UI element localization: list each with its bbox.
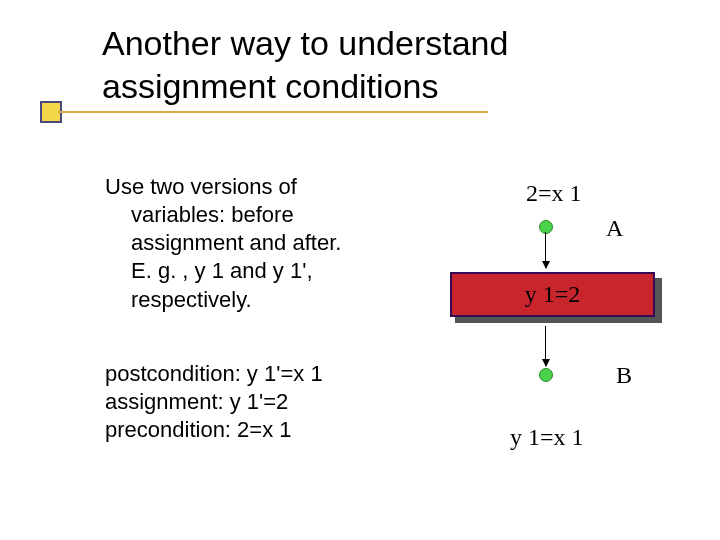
assignment-box: y 1=2 bbox=[450, 272, 655, 317]
transition-arrow-a bbox=[545, 232, 546, 268]
slide-title: Another way to understand assignment con… bbox=[102, 22, 508, 107]
postcondition-label: y 1=x 1 bbox=[510, 424, 584, 451]
transition-arrow-b bbox=[545, 326, 546, 366]
state-a-label: A bbox=[606, 215, 623, 242]
state-dot-b bbox=[539, 368, 553, 382]
p1-line3: assignment and after. bbox=[105, 229, 410, 257]
title-line-1: Another way to understand bbox=[102, 22, 508, 65]
p1-line1: Use two versions of bbox=[105, 173, 410, 201]
p2-line3: precondition: 2=x 1 bbox=[105, 416, 410, 444]
p1-line4: E. g. , y 1 and y 1', bbox=[105, 257, 410, 285]
p2-line1: postcondition: y 1'=x 1 bbox=[105, 360, 410, 388]
p2-line2: assignment: y 1'=2 bbox=[105, 388, 410, 416]
paragraph-2: postcondition: y 1'=x 1 assignment: y 1'… bbox=[105, 360, 410, 444]
diagram: 2=x 1 A y 1=2 B y 1=x 1 bbox=[440, 170, 690, 490]
precondition-label: 2=x 1 bbox=[526, 180, 582, 207]
title-line-2: assignment conditions bbox=[102, 65, 508, 108]
body-text: Use two versions of variables: before as… bbox=[105, 173, 410, 444]
accent-corner bbox=[40, 107, 80, 127]
p1-line5: respectively. bbox=[105, 286, 410, 314]
state-dot-a bbox=[539, 220, 553, 234]
assignment-text: y 1=2 bbox=[525, 281, 581, 308]
state-b-label: B bbox=[616, 362, 632, 389]
paragraph-1: Use two versions of variables: before as… bbox=[105, 173, 410, 314]
accent-underline bbox=[58, 111, 488, 113]
p1-line2: variables: before bbox=[105, 201, 410, 229]
